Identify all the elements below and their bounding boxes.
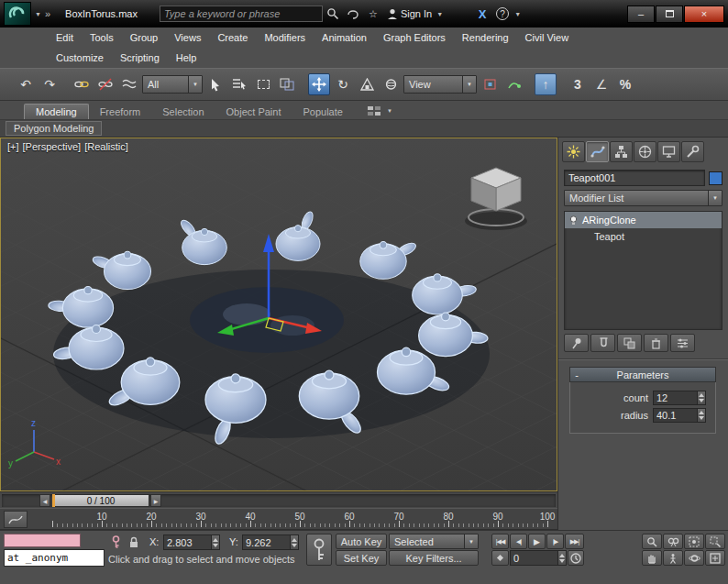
radius-spinner[interactable] xyxy=(697,409,705,422)
object-color-swatch[interactable] xyxy=(709,171,722,185)
previous-frame-button[interactable]: ◀| xyxy=(510,534,527,549)
select-and-manipulate-button[interactable] xyxy=(502,73,524,95)
select-and-scale-button[interactable] xyxy=(356,73,378,95)
parameters-rollout-header[interactable]: - Parameters xyxy=(569,367,716,382)
window-crossing-toggle-button[interactable] xyxy=(276,73,298,95)
ribbon-tab-object-paint[interactable]: Object Paint xyxy=(215,105,292,119)
modifier-enabled-bulb-icon[interactable] xyxy=(569,215,578,226)
isolate-selection-toggle[interactable] xyxy=(108,534,123,549)
selection-filter-dropdown[interactable]: All ▼ xyxy=(142,75,203,94)
menu-views[interactable]: Views xyxy=(166,28,209,48)
set-keys-button[interactable] xyxy=(306,534,332,566)
object-name-field[interactable] xyxy=(564,170,705,186)
set-key-button[interactable]: Set Key xyxy=(336,550,387,566)
bind-to-space-warp-button[interactable] xyxy=(118,73,140,95)
zoom-button[interactable] xyxy=(642,534,662,549)
percent-snap-toggle-button[interactable]: % xyxy=(614,73,636,95)
rectangular-selection-region-button[interactable] xyxy=(252,73,274,95)
auto-key-button[interactable]: Auto Key xyxy=(336,534,387,549)
perspective-viewport[interactable]: z x y xyxy=(0,138,557,491)
current-frame-field[interactable] xyxy=(510,550,567,566)
viewport-shading-menu[interactable]: [Realistic] xyxy=(84,141,128,152)
pan-view-button[interactable] xyxy=(642,550,662,566)
help-icon[interactable]: ? xyxy=(492,5,513,23)
snaps-toggle-3d-button[interactable]: 3 xyxy=(567,73,589,95)
tab-motion[interactable] xyxy=(634,141,656,162)
spinner-down-icon[interactable] xyxy=(699,399,704,402)
radius-input[interactable] xyxy=(654,410,697,421)
favorites-star-icon[interactable]: ☆ xyxy=(363,5,383,23)
menu-customize[interactable]: Customize xyxy=(48,48,112,68)
menu-edit[interactable]: Edit xyxy=(48,28,82,48)
go-to-end-button[interactable]: ▶▶| xyxy=(565,534,584,549)
tab-hierarchy[interactable] xyxy=(610,141,633,162)
ribbon-config-icon[interactable] xyxy=(367,105,381,116)
angle-snap-toggle-button[interactable]: ∠ xyxy=(590,73,612,95)
x-coordinate-field[interactable] xyxy=(163,534,220,550)
make-unique-button[interactable] xyxy=(617,334,642,352)
spinner-up-icon[interactable] xyxy=(699,393,704,397)
next-frame-button[interactable]: |▶ xyxy=(546,534,564,549)
select-and-place-button[interactable] xyxy=(380,73,402,95)
maxscript-mini-listener-macro[interactable] xyxy=(4,534,81,547)
sign-in-button[interactable]: Sign In ▼ xyxy=(387,8,445,20)
play-button[interactable]: ▶ xyxy=(528,534,546,549)
stack-item-teapot[interactable]: Teapot xyxy=(565,228,722,245)
menu-tools[interactable]: Tools xyxy=(82,28,122,48)
minimize-button[interactable]: – xyxy=(627,6,655,23)
key-mode-dropdown[interactable]: Selected ▼ xyxy=(389,534,479,549)
menu-scripting[interactable]: Scripting xyxy=(112,48,168,68)
go-to-start-button[interactable]: |◀◀ xyxy=(491,534,509,549)
key-mode-toggle-button[interactable] xyxy=(491,550,509,566)
stack-item-aringclone[interactable]: ARingClone xyxy=(565,212,722,228)
x-spinner[interactable] xyxy=(211,535,219,549)
search-input[interactable] xyxy=(164,8,318,19)
polygon-modeling-panel-tab[interactable]: Polygon Modeling xyxy=(6,121,102,136)
walk-through-button[interactable] xyxy=(663,550,683,566)
select-object-button[interactable] xyxy=(204,73,226,95)
current-frame-input[interactable] xyxy=(511,553,557,564)
menu-group[interactable]: Group xyxy=(122,28,167,48)
menu-civil-view[interactable]: Civil View xyxy=(517,28,577,48)
exchange-apps-icon[interactable]: X xyxy=(472,5,492,23)
ribbon-collapse-arrow-icon[interactable]: ▼ xyxy=(387,108,392,114)
viewcube[interactable] xyxy=(465,168,527,230)
mini-listener-input[interactable] xyxy=(7,552,101,564)
configure-modifier-sets-button[interactable] xyxy=(670,334,695,352)
y-coordinate-input[interactable] xyxy=(243,537,290,548)
menu-graph-editors[interactable]: Graph Editors xyxy=(375,28,454,48)
time-slider-track[interactable]: ◀ 0 / 100 ▶ xyxy=(2,494,556,507)
select-by-name-button[interactable] xyxy=(228,73,250,95)
tab-modify[interactable] xyxy=(586,141,609,162)
viewport-general-menu[interactable]: [+] xyxy=(7,141,19,152)
time-slider-next-button[interactable]: ▶ xyxy=(150,494,161,507)
time-configuration-button[interactable] xyxy=(568,550,584,566)
object-name-input[interactable] xyxy=(568,172,700,183)
tab-create[interactable] xyxy=(562,141,585,162)
quick-access-overflow-icon[interactable]: » xyxy=(45,8,50,19)
menu-help[interactable]: Help xyxy=(168,48,205,68)
select-and-rotate-button[interactable]: ↻ xyxy=(332,73,354,95)
orbit-button[interactable] xyxy=(684,550,704,566)
track-bar[interactable]: 10 20 30 40 50 60 70 80 90 100 xyxy=(0,508,557,530)
count-field[interactable] xyxy=(653,391,706,405)
show-end-result-button[interactable] xyxy=(590,334,615,352)
spinner-down-icon[interactable] xyxy=(292,544,297,547)
count-spinner[interactable] xyxy=(697,391,705,404)
search-icon[interactable] xyxy=(323,5,343,23)
spinner-down-icon[interactable] xyxy=(213,544,218,547)
spinner-up-icon[interactable] xyxy=(699,411,704,414)
close-button[interactable]: × xyxy=(684,6,724,23)
remove-modifier-button[interactable] xyxy=(644,334,668,352)
menu-modifiers[interactable]: Modifiers xyxy=(256,28,314,48)
subscription-icon[interactable] xyxy=(343,5,363,23)
3dsmax-app-button[interactable] xyxy=(4,2,31,26)
maximize-viewport-toggle-button[interactable] xyxy=(705,550,725,566)
spinner-down-icon[interactable] xyxy=(559,559,565,563)
spinner-up-icon[interactable] xyxy=(292,538,297,542)
ribbon-tab-modeling[interactable]: Modeling xyxy=(24,104,89,119)
count-input[interactable] xyxy=(654,392,697,403)
infocenter-search[interactable] xyxy=(160,6,323,22)
ribbon-tab-populate[interactable]: Populate xyxy=(292,105,353,119)
use-pivot-point-center-button[interactable] xyxy=(479,73,501,95)
